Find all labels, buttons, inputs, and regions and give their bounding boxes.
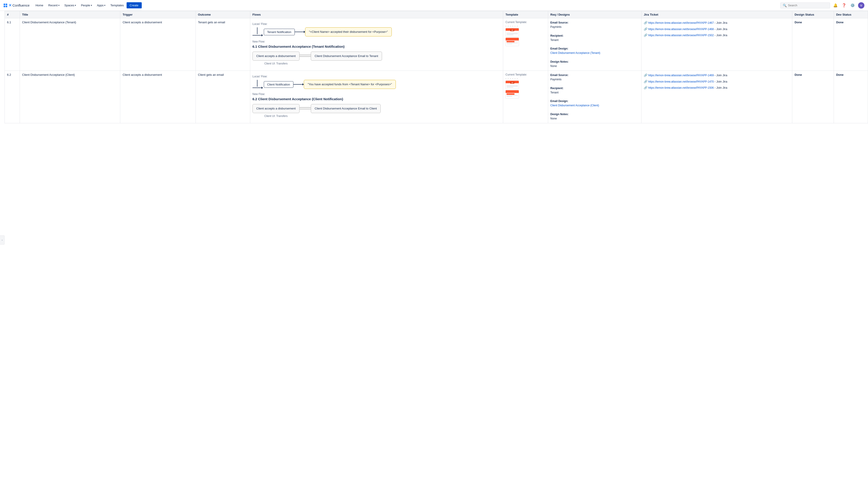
req-cell-6-2: Email Source: Paymints Recipient: Tenant… — [550, 73, 639, 121]
req-design-notes-6-2: Design Notes: None — [550, 112, 639, 121]
apps-chevron-icon: ▾ — [104, 4, 105, 6]
jira-block1-6-2: 🔗 https://lemon-brew.atlassian.net/brows… — [644, 73, 790, 78]
search-input[interactable] — [788, 4, 828, 7]
flow-container-6-1: Lucas' Flow: — [252, 21, 501, 67]
cell-template-6-2: Current Template: - - - - - - UX — [503, 71, 548, 123]
main-content: # Title Trigger Outcome Flows Template R… — [4, 11, 868, 123]
client-ui-label-6-2: Client UI: Transfers — [264, 115, 287, 118]
box2-6-1: Client Disbursement Acceptance Email to … — [311, 52, 382, 61]
req-recipient-6-1: Recipient: Tenant — [550, 34, 639, 42]
nav-items: Home Recent ▾ Spaces ▾ People ▾ Apps ▾ T… — [33, 2, 142, 8]
req-cell-6-1: Email Source: Paymints Recipient: Tenant… — [550, 21, 639, 68]
col-template: Template — [503, 11, 548, 18]
jira-link3-6-1[interactable]: https://lemon-brew.atlassian.net/browse/… — [648, 34, 715, 37]
req-email-design-link-6-1[interactable]: Client Disbursement Acceptance (Tenant) — [550, 51, 600, 55]
cell-jira-6-2: 🔗 https://lemon-brew.atlassian.net/brows… — [641, 71, 792, 123]
cell-design-status-6-1: Done — [792, 18, 834, 71]
nav-templates[interactable]: Templates — [108, 3, 126, 8]
lucas-flow-diagram-6-2: Client Notification "You have accepted f… — [252, 80, 501, 89]
req-recipient-6-2: Recipient: Tenant — [550, 86, 639, 95]
lucas-flow-diagram-6-1: Tenant Notification "<Client Name> accep… — [252, 27, 501, 36]
col-trigger: Trigger — [120, 11, 195, 18]
client-ui-label-6-1: Client UI: Transfers — [264, 62, 287, 65]
jira-link2-6-2[interactable]: https://lemon-brew.atlassian.net/browse/… — [648, 80, 715, 83]
data-table: # Title Trigger Outcome Flows Template R… — [4, 11, 868, 123]
col-dev-status: Dev Status — [834, 11, 868, 18]
template-img-stack-6-2: UX — [505, 81, 546, 99]
spaces-chevron-icon: ▾ — [75, 4, 76, 6]
cell-template-6-1: Current Template: - - - - - - UX — [503, 18, 548, 71]
jira-link3-6-2[interactable]: https://lemon-brew.atlassian.net/browse/… — [648, 86, 715, 89]
box2-6-2: Client Disbursement Acceptance Email to … — [311, 104, 381, 113]
new-flow-label-6-1: New Flow: — [252, 40, 501, 43]
cell-num-6-1: 6.1 — [5, 18, 20, 71]
table-row: 6.2 Client Disbursement Acceptance (Clie… — [5, 71, 868, 123]
navbar-right: 🔍 🔔 ❓ ⚙️ U — [780, 2, 864, 9]
settings-icon[interactable]: ⚙️ — [849, 2, 856, 8]
nav-spaces[interactable]: Spaces ▾ — [62, 3, 78, 8]
create-button[interactable]: Create — [127, 2, 142, 8]
cell-dev-status-6-2: Done — [834, 71, 868, 123]
col-outcome: Outcome — [195, 11, 250, 18]
req-design-notes-6-1: Design Notes: None — [550, 60, 639, 68]
template-dots-6-2: - - - - - - — [505, 77, 546, 80]
avatar[interactable]: U — [858, 2, 864, 9]
cell-req-6-1: Email Source: Paymints Recipient: Tenant… — [548, 18, 641, 71]
help-icon[interactable]: ❓ — [841, 2, 847, 8]
jira-block2-6-2: 🔗 https://lemon-brew.atlassian.net/brows… — [644, 80, 790, 84]
box1-6-1: Client accepts a disbursement — [252, 52, 300, 61]
req-email-design-link-6-2[interactable]: Client Disbursement Acceptance (Client) — [550, 104, 599, 107]
jira-link1-6-1[interactable]: https://lemon-brew.atlassian.net/browse/… — [648, 21, 715, 24]
cell-req-6-2: Email Source: Paymints Recipient: Tenant… — [548, 71, 641, 123]
people-chevron-icon: ▾ — [91, 4, 92, 6]
nav-recent[interactable]: Recent ▾ — [46, 3, 62, 8]
col-title: Title — [20, 11, 120, 18]
template-cell-6-1: Current Template: - - - - - - UX — [505, 21, 546, 46]
notifications-icon[interactable]: 🔔 — [832, 2, 839, 8]
jira-block2-6-1: 🔗 https://lemon-brew.atlassian.net/brows… — [644, 27, 790, 31]
jira-link1-6-2[interactable]: https://lemon-brew.atlassian.net/browse/… — [648, 74, 715, 77]
req-email-source-6-1: Email Source: Paymints — [550, 21, 639, 29]
tenant-notification-box-6-1: Tenant Notification — [264, 29, 295, 35]
cell-jira-6-1: 🔗 https://lemon-brew.atlassian.net/brows… — [641, 18, 792, 71]
req-email-source-6-2: Email Source: Paymints — [550, 73, 639, 82]
col-req: Req / Designs — [548, 11, 641, 18]
cell-trigger-6-2: Client accepts a disbursement — [120, 71, 195, 123]
app-logo[interactable]: ✕ Confluence — [4, 3, 30, 7]
jira-block1-6-1: 🔗 https://lemon-brew.atlassian.net/brows… — [644, 21, 790, 25]
lucas-flow-label-6-2: Lucas' Flow: — [252, 75, 501, 78]
new-flow-diagram-6-2: Client accepts a disbursement Client UI:… — [252, 104, 501, 118]
confluence-wordmark: ✕ Confluence — [8, 3, 30, 7]
lucas-flow-label-6-1: Lucas' Flow: — [252, 22, 501, 26]
client-notification-box-6-2: Client Notification — [264, 81, 293, 88]
jira-block3-6-1: 🔗 https://lemon-brew.atlassian.net/brows… — [644, 33, 790, 37]
table-header-row: # Title Trigger Outcome Flows Template R… — [5, 11, 868, 18]
jira-link2-6-1[interactable]: https://lemon-brew.atlassian.net/browse/… — [648, 28, 715, 31]
cell-trigger-6-1: Client accepts a disbursement — [120, 18, 195, 71]
recent-chevron-icon: ▾ — [58, 4, 59, 6]
req-email-design-6-1: Email Design: Client Disbursement Accept… — [550, 47, 639, 55]
cell-outcome-6-2: Client gets an email — [195, 71, 250, 123]
col-jira: Jira Ticket — [641, 11, 792, 18]
cell-design-status-6-2: Done — [792, 71, 834, 123]
flow-container-6-2: Lucas' Flow: — [252, 73, 501, 119]
new-flow-diagram-6-1: Client accepts a disbursement Client UI:… — [252, 52, 501, 65]
cell-title-6-1: Client Disbursement Acceptance (Tenant) — [20, 18, 120, 71]
nav-apps[interactable]: Apps ▾ — [95, 3, 108, 8]
cell-flows-6-1: Lucas' Flow: — [250, 18, 503, 71]
template-thumb2-6-2 — [505, 90, 519, 99]
col-flows: Flows — [250, 11, 503, 18]
nav-home[interactable]: Home — [33, 3, 46, 8]
template-dots-6-1: - - - - - - — [505, 25, 546, 27]
jira-block3-6-2: 🔗 https://lemon-brew.atlassian.net/brows… — [644, 86, 790, 90]
req-email-design-6-2: Email Design: Client Disbursement Accept… — [550, 99, 639, 108]
new-flow-label-6-2: New Flow: — [252, 92, 501, 96]
new-flow-title-6-1: 6.1 Client Disbursement Acceptance (Tena… — [252, 44, 501, 49]
cell-dev-status-6-1: Done — [834, 18, 868, 71]
nav-people[interactable]: People ▾ — [79, 3, 94, 8]
col-design-status: Design Status — [792, 11, 834, 18]
cell-title-6-2: Client Disbursement Acceptance (Client) — [20, 71, 120, 123]
template-thumb2-6-1 — [505, 37, 519, 46]
search-box[interactable]: 🔍 — [780, 2, 830, 8]
grid-icon — [4, 4, 7, 7]
